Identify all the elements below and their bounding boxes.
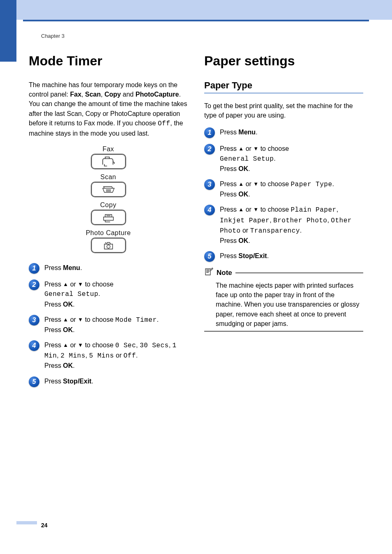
- subheading-paper-type: Paper Type: [204, 80, 363, 91]
- note-icon: [204, 268, 213, 278]
- step-text: Press ▲ or ▼ to choose Paper Type. Press…: [220, 179, 334, 199]
- side-tab: [0, 0, 16, 62]
- chapter-label: Chapter 3: [41, 33, 65, 39]
- note-body: The machine ejects paper with printed su…: [204, 281, 363, 331]
- heading-paper-settings: Paper settings: [204, 53, 363, 69]
- down-triangle-icon: ▼: [78, 316, 83, 323]
- step-text: Press ▲ or ▼ to choose Plain Paper, Inkj…: [220, 205, 363, 245]
- note-box: Note The machine ejects paper with print…: [204, 268, 363, 332]
- step-text: Press ▲ or ▼ to choose General Setup. Pr…: [220, 144, 289, 173]
- step-text: Press ▲ or ▼ to choose Mode Timer. Press…: [44, 315, 159, 335]
- photocapture-button-icon: [91, 238, 126, 253]
- step-text: Press Stop/Exit.: [44, 376, 93, 386]
- step: 5 Press Stop/Exit.: [29, 376, 188, 387]
- up-triangle-icon: ▲: [63, 316, 68, 323]
- panel-label-fax: Fax: [69, 145, 148, 153]
- step-text: Press Menu.: [220, 127, 258, 137]
- paper-type-steps: 1 Press Menu. 2 Press ▲ or ▼ to choose G…: [204, 127, 363, 262]
- up-triangle-icon: ▲: [238, 181, 244, 187]
- step-badge-3: 3: [29, 315, 39, 325]
- subheading-rule: [204, 92, 363, 94]
- step: 3 Press ▲ or ▼ to choose Mode Timer. Pre…: [29, 315, 188, 335]
- step-badge-4: 4: [29, 340, 39, 351]
- fax-button-icon: [91, 154, 126, 169]
- mode-timer-steps: 1 Press Menu. 2 Press ▲ or ▼ to choose G…: [29, 263, 188, 387]
- note-head-rule: [235, 272, 363, 273]
- step: 3 Press ▲ or ▼ to choose Paper Type. Pre…: [204, 179, 363, 199]
- step-text: Press ▲ or ▼ to choose 0 Sec, 30 Secs, 1…: [44, 340, 188, 371]
- up-triangle-icon: ▲: [238, 145, 244, 152]
- header-rule: [23, 20, 369, 21]
- up-triangle-icon: ▲: [238, 206, 244, 212]
- step-text: Press ▲ or ▼ to choose General Setup. Pr…: [44, 279, 113, 309]
- step: 4 Press ▲ or ▼ to choose 0 Sec, 30 Secs,…: [29, 340, 188, 371]
- panel-label-scan: Scan: [69, 173, 148, 181]
- svg-point-1: [105, 242, 106, 243]
- down-triangle-icon: ▼: [78, 281, 83, 287]
- down-triangle-icon: ▼: [253, 145, 258, 152]
- step-badge-4: 4: [204, 205, 215, 215]
- step: 4 Press ▲ or ▼ to choose Plain Paper, In…: [204, 205, 363, 245]
- step: 1 Press Menu.: [204, 127, 363, 138]
- up-triangle-icon: ▲: [63, 281, 68, 287]
- left-column: Mode Timer The machine has four temporar…: [29, 53, 188, 393]
- page-number-bar: [16, 521, 37, 524]
- scan-button-icon: [91, 182, 126, 197]
- down-triangle-icon: ▼: [253, 206, 258, 212]
- page-number: 24: [41, 522, 48, 529]
- step-badge-5: 5: [29, 376, 39, 387]
- step-badge-1: 1: [204, 127, 215, 138]
- heading-mode-timer: Mode Timer: [29, 53, 188, 69]
- up-triangle-icon: ▲: [63, 342, 68, 348]
- step: 5 Press Stop/Exit.: [204, 251, 363, 262]
- step: 2 Press ▲ or ▼ to choose General Setup. …: [204, 144, 363, 173]
- step-badge-5: 5: [204, 251, 215, 262]
- step-badge-3: 3: [204, 179, 215, 190]
- mode-timer-intro: The machine has four temporary mode keys…: [29, 80, 188, 138]
- down-triangle-icon: ▼: [78, 342, 83, 348]
- down-triangle-icon: ▼: [253, 181, 258, 187]
- paper-type-intro: To get the best print quality, set the m…: [204, 101, 363, 120]
- step: 2 Press ▲ or ▼ to choose General Setup. …: [29, 279, 188, 309]
- panel-label-copy: Copy: [69, 201, 148, 209]
- note-foot-rule: [204, 331, 363, 332]
- step-badge-2: 2: [29, 279, 39, 290]
- step: 1 Press Menu.: [29, 263, 188, 274]
- control-panel-illustration: Fax Scan Copy Photo Capture: [69, 145, 148, 253]
- svg-point-0: [107, 245, 110, 248]
- right-column: Paper settings Paper Type To get the bes…: [204, 53, 363, 393]
- copy-button-icon: [91, 210, 126, 225]
- header-band: [0, 0, 392, 20]
- step-text: Press Menu.: [44, 263, 82, 272]
- step-badge-1: 1: [29, 263, 39, 274]
- panel-label-photo: Photo Capture: [69, 229, 148, 237]
- step-badge-2: 2: [204, 144, 215, 155]
- step-text: Press Stop/Exit.: [220, 251, 269, 261]
- note-title: Note: [217, 269, 232, 277]
